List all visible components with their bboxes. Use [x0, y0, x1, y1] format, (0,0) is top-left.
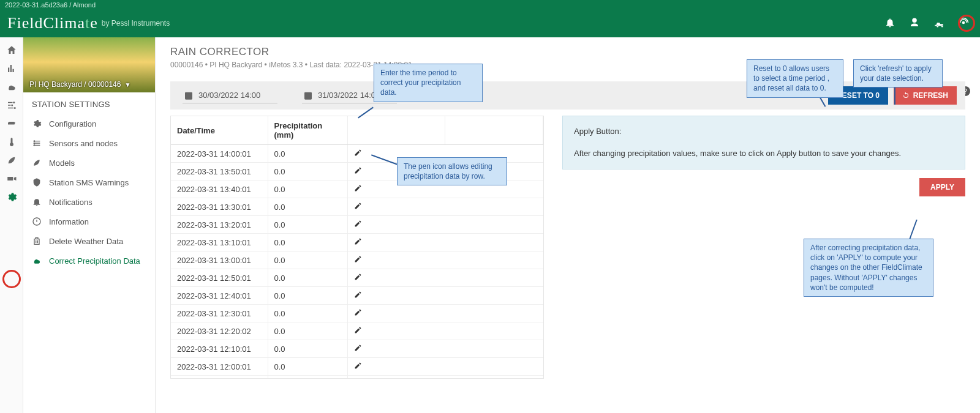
rail-animal[interactable]	[0, 114, 23, 133]
cell-value: 0.0	[268, 198, 347, 216]
rail-rain[interactable]	[0, 78, 23, 96]
edit-icon[interactable]	[354, 344, 362, 352]
sidebar-item-icon	[32, 177, 42, 187]
callout-reset: Reset to 0 allows users to select a time…	[747, 59, 843, 98]
edit-icon[interactable]	[354, 255, 362, 263]
sidebar-item-notifications[interactable]: Notifications	[23, 192, 155, 212]
sidebar-item-icon	[32, 217, 42, 226]
apply-button[interactable]: APPLY	[919, 178, 965, 196]
sidebar-item-delete-weather-data[interactable]: Delete Weather Data	[23, 231, 155, 251]
rail-settings[interactable]	[0, 188, 23, 206]
alert-title: Apply Button:	[574, 125, 954, 138]
table-row: 2022-03-31 12:30:010.0	[171, 305, 543, 322]
station-path: PI HQ Backyard / 00000146	[29, 80, 121, 89]
rail-camera[interactable]	[0, 169, 23, 188]
cell-datetime: 2022-03-31 13:30:01	[171, 198, 268, 216]
sidebar-item-icon	[32, 119, 42, 128]
app-header: FieldClimate by Pessl Instruments	[0, 11, 980, 35]
edit-icon[interactable]	[354, 291, 362, 299]
callout-refresh: Click 'refresh' to apply your date selec…	[853, 59, 943, 87]
rail-leaf[interactable]	[0, 151, 23, 169]
rail-home[interactable]	[0, 41, 23, 59]
callout-pen: The pen icon allows editing precipitatio…	[397, 157, 507, 185]
sidebar-item-station-sms-warnings[interactable]: Station SMS Warnings	[23, 173, 155, 192]
date-from-value: 30/03/2022 14:00	[198, 91, 260, 100]
apply-info-alert: Apply Button: After changing precipitati…	[562, 116, 965, 169]
sidebar-item-configuration[interactable]: Configuration	[23, 114, 155, 133]
svg-point-4	[34, 140, 36, 142]
cell-value: 0.0	[268, 376, 347, 379]
edit-icon[interactable]	[354, 202, 362, 210]
edit-icon[interactable]	[354, 220, 362, 228]
cell-value: 0.0	[268, 287, 347, 305]
brand-logo: FieldClimate	[7, 14, 98, 32]
callout-date: Enter the time period to correct your pr…	[374, 64, 483, 102]
rail-sliders[interactable]	[0, 96, 23, 114]
station-sidepanel: PI HQ Backyard / 00000146 ▼ STATION SETT…	[23, 37, 156, 413]
cell-datetime: 2022-03-31 13:50:01	[171, 163, 268, 180]
cell-datetime: 2022-03-31 12:30:01	[171, 305, 268, 322]
machinery-icon[interactable]	[933, 17, 944, 30]
cell-value: 0.0	[268, 305, 347, 322]
cell-datetime: 2022-03-31 14:00:01	[171, 145, 268, 163]
svg-point-2	[11, 105, 13, 106]
cell-datetime: 2022-03-31 12:10:01	[171, 340, 268, 358]
user-icon[interactable]	[909, 17, 920, 30]
cell-datetime: 2022-03-31 12:00:01	[171, 358, 268, 376]
cell-value: 0.0	[268, 216, 347, 234]
cell-value: 0.0	[268, 269, 347, 287]
cell-value: 0.0	[268, 322, 347, 340]
callout-apply: After correcting precipitation data, cli…	[804, 239, 933, 297]
sidebar-item-information[interactable]: Information	[23, 212, 155, 231]
svg-point-5	[34, 143, 36, 144]
edit-icon[interactable]	[354, 273, 362, 281]
annotation-circle-broadcast	[958, 15, 975, 32]
edit-icon[interactable]	[354, 184, 362, 192]
edit-icon[interactable]	[354, 326, 362, 334]
cell-datetime: 2022-03-31 13:40:01	[171, 180, 268, 198]
station-image: PI HQ Backyard / 00000146 ▼	[23, 37, 155, 92]
refresh-label: REFRESH	[913, 91, 948, 100]
cell-value: 0.0	[268, 234, 347, 251]
brand-subtitle: by Pessl Instruments	[102, 19, 170, 28]
sidebar-item-correct-precipitation-data[interactable]: Correct Precipitation Data	[23, 251, 155, 270]
svg-point-6	[34, 144, 36, 146]
date-toolbar: 30/03/2022 14:00 31/03/2022 14:00 RESET …	[170, 81, 965, 110]
edit-icon[interactable]	[354, 308, 362, 316]
cell-value: 0.0	[268, 145, 347, 163]
date-from-input[interactable]: 30/03/2022 14:00	[183, 88, 277, 103]
rail-chart[interactable]	[0, 59, 23, 78]
sidebar-item-label: Station SMS Warnings	[49, 178, 129, 187]
sidebar-item-sensors-and-nodes[interactable]: Sensors and nodes	[23, 133, 155, 153]
edit-icon[interactable]	[354, 362, 362, 370]
cell-datetime: 2022-03-31 12:50:01	[171, 269, 268, 287]
table-row: 2022-03-31 13:10:010.0	[171, 234, 543, 251]
sidebar-item-label: Delete Weather Data	[49, 237, 123, 246]
dropdown-caret-icon[interactable]: ▼	[124, 81, 130, 88]
cell-datetime: 2022-03-31 12:20:02	[171, 322, 268, 340]
date-to-value: 31/03/2022 14:00	[318, 91, 380, 100]
edit-icon[interactable]	[354, 237, 362, 245]
sidebar-item-icon	[32, 197, 42, 207]
edit-icon[interactable]	[354, 149, 362, 157]
cell-value: 0.0	[268, 251, 347, 269]
sidebar-title: STATION SETTINGS	[23, 92, 155, 114]
cell-datetime: 2022-03-31 13:00:01	[171, 251, 268, 269]
cell-value: 0.0	[268, 180, 347, 198]
sidebar-item-label: Notifications	[49, 198, 92, 207]
sidebar-item-label: Sensors and nodes	[49, 139, 118, 148]
edit-icon[interactable]	[354, 166, 362, 174]
cell-datetime: 2022-03-31 13:10:01	[171, 234, 268, 251]
table-row: 2022-03-31 11:50:010.0	[171, 376, 543, 379]
sidebar-item-label: Configuration	[49, 119, 96, 128]
refresh-button[interactable]: REFRESH	[894, 86, 957, 105]
col-precip: Precipitation (mm)	[268, 116, 347, 145]
calendar-icon	[303, 91, 313, 100]
table-row: 2022-03-31 13:00:010.0	[171, 251, 543, 269]
table-row: 2022-03-31 12:40:010.0	[171, 287, 543, 305]
sidebar-item-models[interactable]: Models	[23, 153, 155, 173]
table-row: 2022-03-31 12:20:020.0	[171, 322, 543, 340]
rail-thermometer[interactable]	[0, 133, 23, 151]
bell-icon[interactable]	[884, 17, 895, 30]
sidebar-item-icon	[32, 138, 42, 148]
